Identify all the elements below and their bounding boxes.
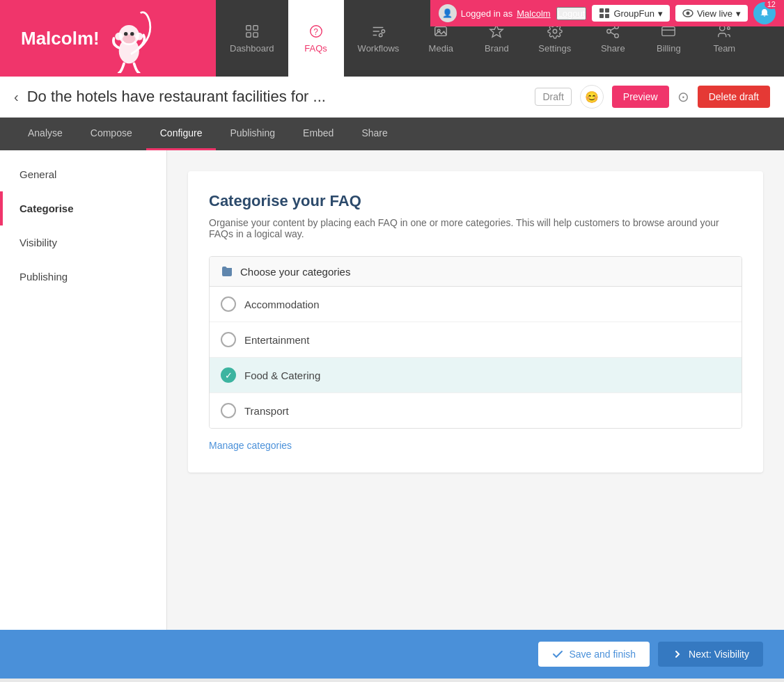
- svg-rect-9: [599, 14, 604, 18]
- nav-settings-label: Settings: [538, 43, 571, 54]
- bell-icon: [760, 8, 769, 18]
- sub-nav-compose[interactable]: Compose: [77, 118, 146, 150]
- workflows-icon: [370, 24, 386, 39]
- svg-rect-15: [246, 32, 251, 36]
- sub-nav-configure[interactable]: Configure: [146, 118, 217, 150]
- preview-button[interactable]: Preview: [612, 86, 669, 108]
- category-row-accommodation[interactable]: Accommodation: [210, 287, 742, 322]
- nav-billing-label: Billing: [657, 43, 681, 54]
- view-live-chevron: ▾: [736, 8, 741, 19]
- notification-button[interactable]: 12: [753, 2, 776, 24]
- logout-button[interactable]: Logout: [556, 7, 587, 20]
- nav-team-label: Team: [713, 43, 735, 54]
- page-title: Do the hotels have restaurant facilities…: [27, 88, 527, 106]
- svg-point-4: [123, 35, 135, 44]
- group-fun-button[interactable]: GroupFun ▾: [592, 5, 670, 22]
- category-label-entertainment: Entertainment: [244, 334, 309, 346]
- content-area: General Categorise Visibility Publishing…: [0, 150, 784, 630]
- sidebar-item-publishing[interactable]: Publishing: [0, 260, 166, 294]
- group-fun-icon: [599, 8, 610, 19]
- nav-workflows-label: Workflows: [358, 43, 400, 54]
- notif-count: 12: [765, 0, 778, 9]
- checkmark-icon: [552, 649, 563, 660]
- view-live-button[interactable]: View live ▾: [675, 5, 748, 22]
- svg-point-26: [615, 33, 619, 37]
- category-check-accommodation: [221, 296, 236, 312]
- nav-brand-label: Brand: [485, 43, 509, 54]
- svg-line-28: [611, 27, 615, 30]
- footer-bar: Save and finish Next: Visibility: [0, 630, 784, 679]
- delete-draft-button[interactable]: Delete draft: [698, 86, 770, 108]
- nav-share-label: Share: [601, 43, 625, 54]
- back-button[interactable]: ‹: [14, 90, 19, 104]
- svg-rect-7: [599, 8, 604, 13]
- svg-point-3: [135, 33, 143, 40]
- sidebar-item-visibility[interactable]: Visibility: [0, 225, 166, 260]
- categories-header: Choose your categories: [210, 257, 742, 287]
- svg-rect-10: [605, 14, 609, 18]
- manage-categories-link[interactable]: Manage categories: [209, 440, 292, 451]
- sub-nav-share[interactable]: Share: [347, 118, 401, 150]
- group-fun-label: GroupFun: [613, 8, 654, 19]
- main-content: Categorise your FAQ Organise your conten…: [167, 150, 784, 630]
- next-button[interactable]: Next: Visibility: [658, 642, 763, 667]
- sidebar-item-categorise[interactable]: Categorise: [0, 191, 166, 225]
- circle-action-button[interactable]: ⊙: [677, 88, 689, 105]
- svg-rect-16: [253, 32, 258, 36]
- sub-nav-analyse[interactable]: Analyse: [14, 118, 77, 150]
- next-label: Next: Visibility: [689, 649, 749, 660]
- svg-point-23: [553, 29, 557, 33]
- faqs-icon: ?: [308, 24, 324, 39]
- svg-rect-13: [246, 25, 251, 29]
- svg-point-25: [607, 29, 611, 33]
- emoji-button[interactable]: 😊: [580, 85, 604, 109]
- category-check-transport: [221, 403, 236, 418]
- title-bar: ‹ Do the hotels have restaurant faciliti…: [0, 77, 784, 118]
- category-check-food-catering: [221, 367, 236, 383]
- monkey-logo: [107, 3, 155, 73]
- top-bar: Malcolm! 👤 Logged: [0, 0, 784, 77]
- category-row-transport[interactable]: Transport: [210, 393, 742, 428]
- card-heading: Categorise your FAQ: [209, 192, 742, 210]
- sub-nav-embed[interactable]: Embed: [289, 118, 347, 150]
- nav-item-workflows[interactable]: Workflows: [344, 0, 414, 77]
- categories-header-label: Choose your categories: [240, 266, 350, 278]
- sub-nav-publishing[interactable]: Publishing: [216, 118, 289, 150]
- folder-icon: [221, 265, 233, 278]
- nav-item-dashboard[interactable]: Dashboard: [216, 0, 288, 77]
- svg-point-5: [124, 32, 127, 35]
- user-info: 👤 Logged in as Malcolm: [439, 4, 551, 22]
- dashboard-icon: [244, 24, 260, 39]
- avatar: 👤: [439, 4, 457, 22]
- save-finish-button[interactable]: Save and finish: [538, 642, 650, 667]
- categorise-card: Categorise your FAQ Organise your conten…: [188, 171, 763, 473]
- logo-text: Malcolm!: [21, 28, 100, 49]
- svg-line-27: [611, 32, 615, 35]
- category-label-transport: Transport: [244, 405, 289, 417]
- svg-point-32: [728, 26, 730, 29]
- category-label-food-catering: Food & Catering: [244, 370, 320, 381]
- category-row-food-catering[interactable]: Food & Catering: [210, 358, 742, 393]
- svg-point-19: [382, 29, 386, 33]
- nav-dashboard-label: Dashboard: [230, 43, 274, 54]
- nav-faqs-label: FAQs: [304, 43, 327, 54]
- logged-in-text: Logged in as: [461, 8, 512, 19]
- svg-rect-21: [435, 26, 447, 35]
- svg-rect-29: [662, 26, 675, 35]
- svg-point-20: [379, 33, 383, 37]
- nav-item-faqs[interactable]: ? FAQs: [288, 0, 344, 77]
- chevron-right-icon: [672, 649, 683, 660]
- username: Malcolm: [517, 8, 550, 19]
- sidebar-item-general[interactable]: General: [0, 157, 166, 191]
- logo-area: Malcolm!: [0, 0, 216, 77]
- sub-nav: Analyse Compose Configure Publishing Emb…: [0, 118, 784, 150]
- categories-panel: Choose your categories Accommodation Ent…: [209, 256, 742, 429]
- svg-rect-14: [253, 25, 258, 29]
- draft-badge: Draft: [535, 88, 571, 106]
- svg-point-6: [130, 32, 134, 35]
- svg-text:?: ?: [313, 26, 318, 36]
- category-row-entertainment[interactable]: Entertainment: [210, 322, 742, 358]
- card-description: Organise your content by placing each FA…: [209, 217, 742, 239]
- view-live-label: View live: [697, 8, 732, 19]
- svg-point-2: [115, 33, 123, 40]
